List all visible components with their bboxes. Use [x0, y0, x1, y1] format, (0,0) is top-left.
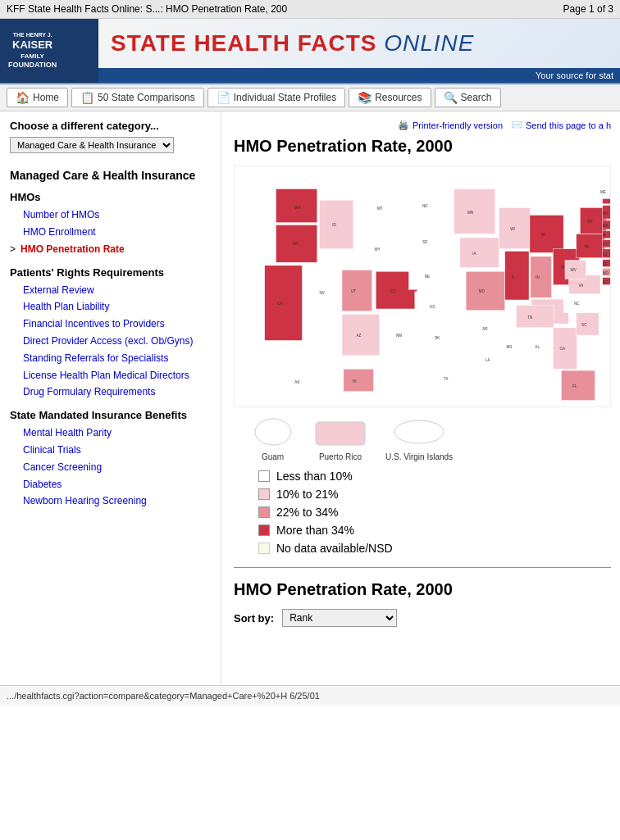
sidebar-link-mental-health[interactable]: Mental Health Parity: [10, 425, 211, 442]
state-label-de: DE: [603, 262, 608, 266]
state-label-mo: MO: [479, 289, 486, 293]
nav-individual[interactable]: 📄 Individual State Profiles: [207, 88, 345, 107]
state-label-la: LA: [486, 358, 491, 362]
book-icon: 📚: [358, 91, 372, 104]
state-mandated-label: State Mandated Insurance Benefits: [10, 409, 211, 421]
state-ca: [265, 266, 303, 341]
state-label-hi: HI: [353, 379, 357, 384]
send-link[interactable]: ✉️ Send this page to a h: [511, 120, 611, 130]
map-container: WA OR CA ID NV MT WY: [234, 166, 611, 555]
legend-item-more34: More than 34%: [258, 524, 611, 537]
state-sd: [409, 225, 450, 258]
sidebar-link-external-review[interactable]: External Review: [10, 282, 211, 299]
state-label-tn: TN: [527, 316, 532, 320]
legend: Less than 10% 10% to 21% 22% to 34% More…: [234, 470, 611, 555]
state-label-il: IL: [512, 275, 515, 279]
island-usvi: U.S. Virgin Islands: [385, 414, 453, 461]
page-info: Page 1 of 3: [563, 3, 613, 15]
state-pa: [577, 234, 605, 257]
state-ia: [460, 238, 499, 268]
main-layout: Choose a different category... Managed C…: [0, 111, 620, 685]
state-tn: [516, 305, 554, 327]
browser-title: KFF State Health Facts Online: S...: HMO…: [7, 3, 287, 15]
doc-icon: 📄: [217, 91, 230, 104]
state-label-nm: NM: [396, 334, 402, 338]
state-label-dc: DC: [603, 280, 609, 284]
state-ok: [421, 322, 470, 351]
state-nd: [409, 188, 450, 222]
nav-resources[interactable]: 📚 Resources: [349, 88, 431, 107]
island-guam: Guam: [250, 414, 295, 461]
logo-area: THE HENRY J. KAISER FAMILY FOUNDATION: [0, 19, 98, 83]
patients-rights-label: Patients' Rights Requirements: [10, 266, 211, 279]
site-header: THE HENRY J. KAISER FAMILY FOUNDATION ST…: [0, 19, 620, 84]
footer-url: .../healthfacts.cgi?action=compare&categ…: [0, 685, 620, 706]
state-ms: [501, 328, 523, 366]
sidebar-link-newborn-hearing[interactable]: Newborn Hearing Screening: [10, 493, 211, 510]
state-label-pa: PA: [585, 245, 590, 249]
state-label-id: ID: [332, 223, 336, 227]
sidebar-link-drug-formulary[interactable]: Drug Formulary Requirements: [10, 384, 211, 401]
site-tagline: Your source for stat: [98, 68, 620, 83]
state-id: [320, 200, 353, 249]
state-fl: [561, 370, 595, 401]
state-label-ut: UT: [351, 289, 356, 293]
sidebar-link-health-plan[interactable]: Health Plan Liability: [10, 298, 211, 316]
site-title: STATE HEALTH FACTS Online: [111, 30, 608, 57]
state-label-wi: WI: [510, 227, 515, 231]
printer-link[interactable]: 🖨️ Printer-friendly version: [398, 120, 503, 130]
sort-select[interactable]: Rank State Value: [282, 609, 397, 627]
state-label-fl: FL: [572, 384, 577, 388]
state-mt: [355, 188, 412, 228]
sidebar-link-diabetes[interactable]: Diabetes: [10, 476, 211, 493]
nav-home[interactable]: 🏠 Home: [7, 88, 68, 107]
nav-search[interactable]: 🔍 Search: [435, 88, 501, 107]
state-ks: [415, 292, 464, 320]
nav-bar: 🏠 Home 📋 50 State Comparisons 📄 Individu…: [0, 84, 620, 111]
active-arrow: >: [10, 243, 16, 255]
sidebar-link-clinical-trials[interactable]: Clinical Trials: [10, 442, 211, 459]
legend-item-nodata: No data available/NSD: [258, 542, 611, 555]
sidebar-link-standing-referrals[interactable]: Standing Referrals for Specialists: [10, 350, 211, 367]
category-select[interactable]: Managed Care & Health Insurance: [10, 137, 174, 153]
state-label-ri: RI: [603, 234, 607, 238]
legend-box-nodata: [258, 543, 270, 554]
section-separator: [234, 567, 611, 568]
state-label-ca: CA: [277, 302, 283, 306]
island-puerto-rico: Puerto Rico: [312, 414, 369, 461]
sidebar-link-num-hmos[interactable]: Number of HMOs: [10, 207, 99, 224]
state-mi: [530, 216, 563, 253]
sidebar: Choose a different category... Managed C…: [0, 111, 221, 685]
svg-point-0: [255, 419, 291, 445]
state-label-nd: ND: [422, 204, 428, 208]
state-il: [505, 251, 529, 300]
state-label-ny: NY: [587, 220, 592, 224]
state-wy: [356, 230, 405, 268]
sidebar-link-direct-provider[interactable]: Direct Provider Access (excl. Ob/Gyns): [10, 333, 211, 350]
nav-50state[interactable]: 📋 50 State Comparisons: [71, 88, 204, 107]
hmo-link-row-0: Number of HMOs: [10, 207, 211, 224]
legend-box-more34: [258, 524, 270, 536]
content-toolbar: 🖨️ Printer-friendly version ✉️ Send this…: [234, 120, 611, 130]
state-label-al: AL: [535, 345, 540, 349]
sidebar-link-license-health[interactable]: License Health Plan Medical Directors: [10, 367, 211, 384]
state-label-mn: MN: [467, 211, 473, 215]
state-ne: [409, 261, 458, 289]
state-label-nc: NC: [574, 302, 580, 306]
state-in: [531, 257, 552, 297]
state-label-ne: NE: [425, 275, 430, 279]
state-label-in: IN: [536, 275, 540, 279]
legend-item-less10: Less than 10%: [258, 470, 611, 483]
sidebar-link-hmo-penetration[interactable]: HMO Penetration Rate: [17, 241, 125, 258]
state-label-nj: NJ: [603, 252, 608, 257]
sidebar-link-hmo-enrollment[interactable]: HMO Enrollment: [10, 224, 96, 241]
state-label-or: OR: [293, 242, 299, 246]
legend-box-10to21: [258, 488, 270, 500]
state-label-sc: SC: [581, 323, 587, 327]
sidebar-link-cancer-screening[interactable]: Cancer Screening: [10, 459, 211, 476]
state-mo: [466, 271, 505, 311]
state-label-md: MD: [603, 271, 609, 275]
mail-icon: ✉️: [511, 120, 522, 130]
sidebar-link-financial-incentives[interactable]: Financial Incentives to Providers: [10, 316, 211, 333]
browser-bar: KFF State Health Facts Online: S...: HMO…: [0, 0, 620, 19]
